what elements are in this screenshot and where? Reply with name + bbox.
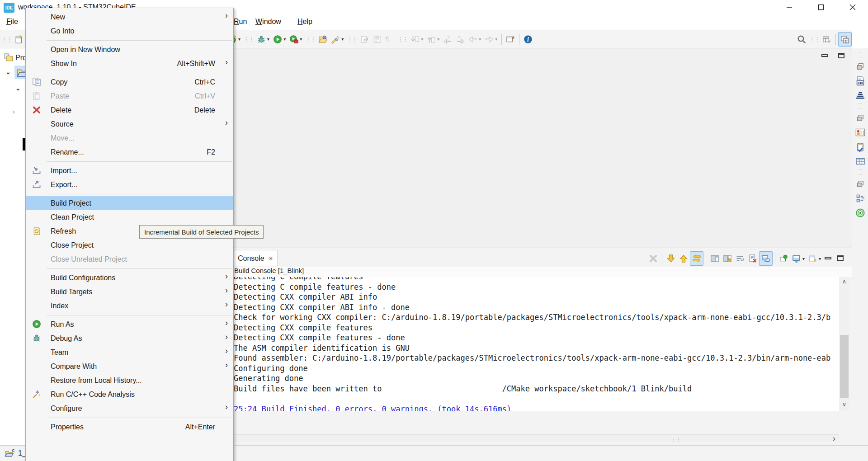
menu-item-build-targets[interactable]: Build Targets›: [26, 285, 233, 299]
console-output[interactable]: Detecting C compile featuresDetecting C …: [231, 277, 839, 411]
menu-item-show-in[interactable]: Show InAlt+Shift+W›: [26, 56, 233, 71]
menu-item-open-in-new-window[interactable]: Open in New Window: [26, 42, 233, 56]
display-selected-console-button[interactable]: [759, 251, 773, 266]
clear-console-button[interactable]: [746, 251, 759, 266]
run-button[interactable]: ▾: [271, 32, 288, 47]
show-whitespace-list-button[interactable]: [371, 32, 383, 47]
tree-expander-chevron-icon[interactable]: ⌄: [15, 85, 21, 92]
menu-item-copy[interactable]: CopyCtrl+C: [26, 75, 233, 89]
dropdown-arrow-icon[interactable]: ▾: [300, 37, 302, 42]
dropdown-arrow-icon[interactable]: ▾: [479, 37, 481, 42]
open-perspective-button[interactable]: [821, 32, 833, 47]
menu-item-import[interactable]: Import...: [26, 164, 233, 178]
open-project-button[interactable]: [316, 32, 329, 47]
menu-item-build-configurations[interactable]: Build Configurations›: [26, 271, 233, 285]
search-button[interactable]: [795, 32, 808, 47]
show-console-on-stdout-button[interactable]: [708, 251, 721, 266]
word-wrap-button[interactable]: [734, 251, 746, 266]
console-vertical-scrollbar[interactable]: ∧ ∨: [839, 277, 849, 411]
properties-view-button[interactable]: [855, 156, 865, 166]
menu-run[interactable]: Run: [234, 18, 247, 26]
dropdown-arrow-icon[interactable]: ▾: [283, 37, 286, 42]
static-stack-analyzer-view-button[interactable]: [855, 90, 865, 100]
menu-window[interactable]: Window: [255, 18, 281, 26]
scroll-up-icon[interactable]: ∧: [839, 278, 849, 287]
scroll-lock-up-button[interactable]: [677, 251, 690, 266]
scrollbar-thumb[interactable]: [840, 335, 849, 398]
menu-item-export[interactable]: Export...: [26, 178, 233, 192]
console-tab[interactable]: Console ×: [233, 250, 278, 266]
terminate-button[interactable]: [647, 251, 660, 266]
menu-item-source[interactable]: Source›: [26, 117, 233, 131]
console-horizontal-scrollbar[interactable]: ⋮⋮ ›: [231, 434, 839, 442]
menu-item-index[interactable]: Index›: [26, 299, 233, 313]
c-cpp-perspective-button[interactable]: C: [838, 32, 852, 47]
menu-item-build-project[interactable]: Build Project: [26, 196, 233, 210]
dropdown-arrow-icon[interactable]: ▾: [341, 37, 344, 42]
menu-file[interactable]: File: [6, 18, 18, 26]
external-tools-button[interactable]: ▾: [288, 32, 304, 47]
dropdown-arrow-icon[interactable]: ▾: [437, 37, 439, 42]
minimize-console-button[interactable]: [823, 251, 835, 266]
tree-expander-chevron-icon[interactable]: ⌄: [5, 68, 11, 75]
scroll-right-icon[interactable]: ›: [833, 434, 835, 443]
dropdown-arrow-icon[interactable]: ▾: [495, 37, 497, 42]
scroll-down-icon[interactable]: ∨: [839, 401, 849, 410]
info-button[interactable]: i: [522, 32, 534, 47]
window-minimize-button[interactable]: [777, 0, 802, 14]
last-edit-location-button[interactable]: [358, 32, 371, 47]
dropdown-arrow-icon[interactable]: ▾: [421, 37, 423, 42]
minimize-editor-button[interactable]: [821, 54, 828, 57]
outline-view-button[interactable]: [855, 193, 865, 203]
show-console-on-stderr-button[interactable]: [721, 251, 734, 266]
next-edit-button[interactable]: [454, 32, 467, 47]
restore-view-button[interactable]: [855, 61, 865, 71]
menu-item-debug-as[interactable]: Debug As›: [26, 331, 233, 345]
display-console-button[interactable]: ▾: [790, 251, 807, 266]
window-maximize-button[interactable]: [808, 0, 834, 14]
menu-item-compare-with[interactable]: Compare With›: [26, 359, 233, 373]
back-button[interactable]: ▾: [467, 32, 483, 47]
show-whitespace-button[interactable]: ¶: [383, 32, 396, 47]
next-annotation-button[interactable]: ▾: [409, 32, 425, 47]
scroll-lock-down-button[interactable]: [665, 251, 677, 266]
restore-view-button[interactable]: [855, 113, 865, 123]
close-tab-icon[interactable]: ×: [269, 254, 273, 262]
menu-item-run-c-c-code-analysis[interactable]: Run C/C++ Code Analysis: [26, 387, 233, 401]
menu-item-go-into[interactable]: Go Into: [26, 24, 233, 38]
search-marker-button[interactable]: ▾: [329, 32, 345, 47]
menu-item-delete[interactable]: DeleteDelete: [26, 103, 233, 117]
menu-item-clean-project[interactable]: Clean Project: [26, 210, 233, 224]
pin-editor-button[interactable]: [504, 32, 517, 47]
pin-console-button[interactable]: [778, 251, 790, 266]
previous-edit-button[interactable]: [441, 32, 454, 47]
menu-item-rename[interactable]: Rename...F2: [26, 145, 233, 159]
sfrs-view-button[interactable]: [855, 208, 865, 218]
dropdown-arrow-icon[interactable]: ▾: [802, 256, 805, 261]
dropdown-arrow-icon[interactable]: ▾: [819, 256, 821, 261]
tree-collapsed-chevron-icon[interactable]: ›: [13, 108, 15, 115]
menu-item-configure[interactable]: Configure›: [26, 401, 233, 415]
restore-view-button[interactable]: [855, 179, 865, 189]
menu-item-close-project[interactable]: Close Project: [26, 238, 233, 252]
follow-output-button[interactable]: [690, 251, 703, 266]
menu-item-restore-from-local-history[interactable]: Restore from Local History...: [26, 373, 233, 387]
debug-button[interactable]: ▾: [255, 32, 271, 47]
menu-item-team[interactable]: Team›: [26, 345, 233, 359]
menu-help[interactable]: Help: [297, 18, 312, 26]
menu-item-new[interactable]: New›: [26, 10, 233, 24]
debug-view-button[interactable]: [855, 127, 865, 137]
maximize-editor-button[interactable]: [838, 53, 844, 58]
scrollbar-grip-dots[interactable]: ⋮⋮: [671, 437, 682, 442]
forward-button[interactable]: ▾: [483, 32, 499, 47]
menu-item-properties[interactable]: PropertiesAlt+Enter: [26, 420, 233, 434]
open-console-button[interactable]: ▾: [807, 251, 823, 266]
build-analyzer-view-button[interactable]: 010: [855, 76, 865, 86]
tasks-view-button[interactable]: [855, 142, 865, 152]
maximize-console-button[interactable]: [835, 251, 848, 266]
window-close-button[interactable]: [840, 0, 865, 14]
previous-annotation-button[interactable]: ▾: [425, 32, 441, 47]
menu-item-run-as[interactable]: Run As›: [26, 317, 233, 331]
dropdown-arrow-icon[interactable]: ▾: [238, 37, 241, 42]
dropdown-arrow-icon[interactable]: ▾: [267, 37, 269, 42]
